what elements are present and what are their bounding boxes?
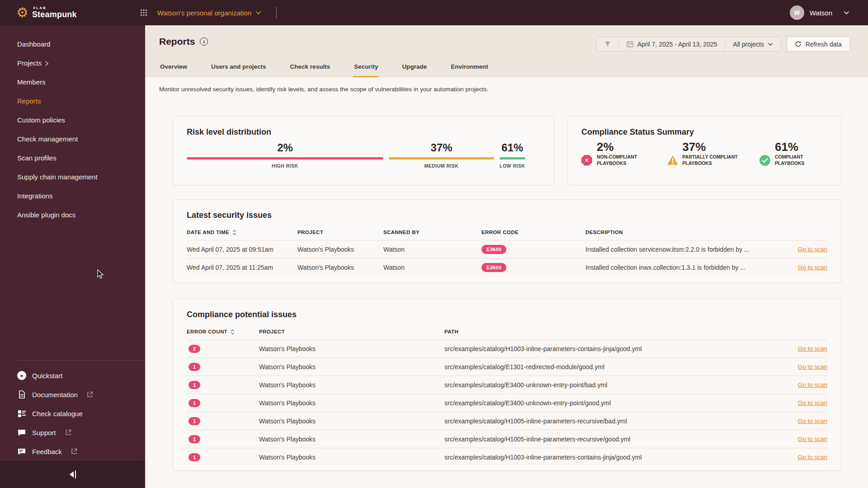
page-header: Reports i April 7, 2025 - April 13, 2025… (145, 25, 868, 77)
sidebar-item[interactable]: Members (0, 73, 145, 92)
column-path[interactable]: PATH (444, 329, 787, 334)
sidebar: Dashboard Projects Members Reports (0, 25, 145, 488)
sidebar-item-feedback[interactable]: Feedback (0, 442, 145, 461)
topbar-divider (276, 7, 277, 19)
tab-label: Check results (290, 63, 330, 70)
cell-project: Watson's Playbooks (259, 381, 444, 389)
cell-scanned-by: Watson (383, 264, 481, 271)
risk-bar (389, 157, 494, 160)
compliance-stats: 2% ✕ NON-COMPLIANT PLAYBOOKS 37% ✕ (581, 141, 827, 166)
feedback-chat-icon (17, 447, 26, 456)
sidebar-item-check-catalogue[interactable]: Check catalogue (0, 404, 145, 423)
sidebar-footer-divider (17, 360, 145, 361)
refresh-label: Refresh data (806, 41, 842, 48)
column-scanned-by[interactable]: SCANNED BY (383, 230, 481, 235)
report-tab[interactable]: Users and projects (210, 63, 267, 77)
filter-funnel-button[interactable] (597, 37, 618, 51)
report-tab[interactable]: Environment (450, 63, 489, 77)
report-tab[interactable]: Security (353, 63, 379, 77)
sidebar-item[interactable]: Ansible plugin docs (0, 206, 145, 225)
sidebar-item-label: Integrations (17, 187, 52, 206)
sidebar-item[interactable]: Scan profiles (0, 149, 145, 168)
sidebar-item[interactable]: Check management (0, 130, 145, 149)
go-to-scan-link[interactable]: Go to scan (787, 399, 827, 406)
sidebar-item[interactable]: Reports (0, 92, 145, 111)
go-to-scan-link[interactable]: Go to scan (787, 436, 827, 442)
cell-description: Installed collection servicenow.itsm:2.2… (585, 246, 787, 253)
date-range-picker[interactable]: April 7, 2025 - April 13, 2025 (618, 37, 725, 51)
sidebar-item-label: Reports (17, 92, 41, 111)
report-tab[interactable]: Check results (289, 63, 331, 77)
sidebar-item[interactable]: Supply chain management (0, 168, 145, 187)
cell-project: Watson's Playbooks (259, 418, 444, 425)
quickstart-label: Quickstart (32, 372, 63, 380)
user-menu[interactable]: W Watson (790, 5, 849, 20)
risk-label: LOW RISK (500, 163, 525, 169)
risk-segment: 2% HIGH RISK (187, 141, 383, 169)
sort-icon (231, 329, 235, 335)
column-error-count[interactable]: ERROR COUNT (187, 329, 259, 335)
go-to-scan-link[interactable]: Go to scan (787, 246, 827, 253)
filter-group: April 7, 2025 - April 13, 2025 All proje… (596, 37, 781, 52)
sidebar-item[interactable]: Integrations (0, 187, 145, 206)
column-description[interactable]: DESCRIPTION (585, 230, 787, 235)
compliance-stat: 61% ✕ COMPLIANT PLAYBOOKS (760, 141, 827, 166)
org-switcher[interactable]: Watson's personal organization (157, 9, 261, 17)
go-to-scan-link[interactable]: Go to scan (787, 264, 827, 271)
sidebar-item-support[interactable]: Support (0, 423, 145, 442)
app-logo[interactable]: ⚙ XLAB Steampunk (16, 6, 77, 19)
sidebar-collapse-button[interactable] (0, 461, 145, 488)
catalogue-icon (17, 409, 26, 418)
security-issues-title: Latest security issues (187, 211, 827, 220)
warning-triangle-icon (667, 155, 682, 165)
cell-project: Watson's Playbooks (259, 399, 444, 407)
cell-path: src/examples/catalog/H1005-inline-parame… (444, 418, 787, 425)
info-icon[interactable]: i (200, 38, 208, 46)
report-tab[interactable]: Upgrade (401, 63, 428, 77)
project-filter-dropdown[interactable]: All projects (725, 37, 780, 51)
compliance-status-summary-card: Compliance Status Summary 2% ✕ NON-COMPL… (567, 116, 841, 185)
go-to-scan-link[interactable]: Go to scan (787, 363, 827, 370)
refresh-icon (795, 41, 802, 47)
go-to-scan-link[interactable]: Go to scan (787, 418, 827, 424)
go-to-scan-link[interactable]: Go to scan (787, 454, 827, 460)
column-date-and-time[interactable]: DATE AND TIME (187, 230, 297, 235)
cell-description: Installed collection inwx.collection:1.3… (585, 264, 787, 271)
compliance-table-header: ERROR COUNT PROJECT PATH (187, 324, 827, 339)
compliance-stat: 2% ✕ NON-COMPLIANT PLAYBOOKS (581, 141, 667, 166)
go-to-scan-link[interactable]: Go to scan (787, 345, 827, 352)
cell-path: src/examples/catalog/E3400-unknown-entry… (444, 399, 787, 407)
sidebar-item-quickstart[interactable]: ▶ Quickstart (0, 366, 145, 385)
latest-security-issues-card: Latest security issues DATE AND TIME PRO… (173, 199, 841, 283)
tab-label: Overview (160, 63, 187, 70)
compliance-table-row: 2 Watson's Playbooks src/examples/catalo… (187, 339, 827, 357)
compliance-percent: 61% (775, 141, 827, 154)
support-label: Support (32, 429, 56, 436)
cell-date: Wed April 07, 2025 at 11:25am (187, 264, 297, 271)
cell-project: Watson's Playbooks (297, 246, 383, 253)
chevron-right-icon (45, 61, 48, 66)
compliance-percent: 37% (682, 141, 760, 154)
refresh-data-button[interactable]: Refresh data (787, 37, 850, 52)
sidebar-item-documentation[interactable]: Documentation (0, 385, 145, 404)
x-circle-icon: ✕ (581, 155, 592, 166)
compliance-potential-issues-card: Compliance potential issues ERROR COUNT … (173, 299, 841, 471)
avatar: W (790, 5, 804, 20)
error-count-badge: 1 (189, 363, 200, 371)
sidebar-item[interactable]: Custom policies (0, 111, 145, 130)
play-circle-icon: ▶ (17, 371, 26, 380)
sidebar-item-label: Custom policies (17, 111, 65, 130)
go-to-scan-link[interactable]: Go to scan (787, 381, 827, 388)
risk-percent: 2% (187, 141, 383, 154)
cell-path: src/examples/catalog/H1003-inline-parame… (444, 345, 787, 352)
sidebar-item[interactable]: Projects (0, 54, 145, 73)
column-project[interactable]: PROJECT (297, 230, 383, 235)
sidebar-item[interactable]: Dashboard (0, 35, 145, 54)
compliance-table-body: 2 Watson's Playbooks src/examples/catalo… (187, 339, 827, 466)
column-error-code[interactable]: ERROR CODE (481, 230, 585, 235)
app-grid-icon[interactable] (140, 9, 147, 16)
calendar-icon (627, 41, 633, 47)
sidebar-item-label: Check management (17, 130, 78, 149)
column-project[interactable]: PROJECT (259, 329, 444, 334)
report-tab[interactable]: Overview (159, 63, 188, 77)
